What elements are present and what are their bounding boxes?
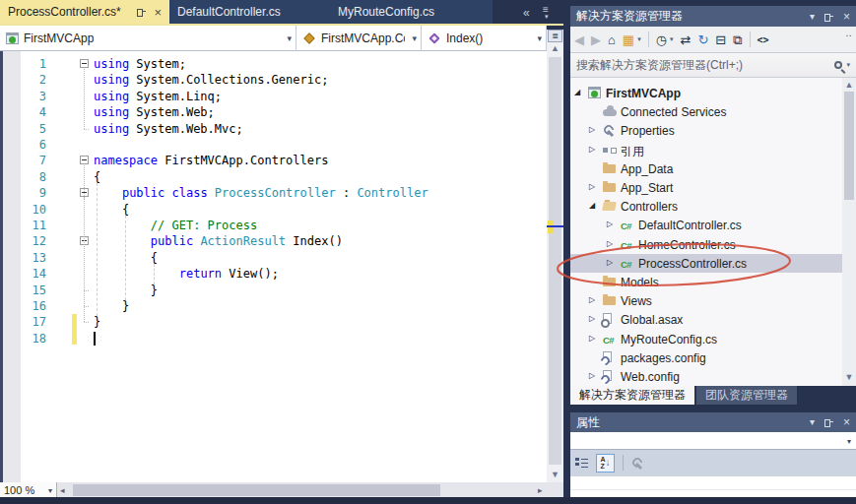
chevron-collapsed-icon[interactable]: ▷: [607, 220, 613, 228]
switch-views-icon[interactable]: ▦: [623, 33, 634, 46]
view-code-icon[interactable]: <>: [757, 34, 769, 45]
tree-item-connected-services[interactable]: Connected Services: [570, 102, 842, 121]
csharp-icon: [621, 238, 631, 252]
tree-item-defaultcontroller-cs[interactable]: ▷DefaultController.cs: [570, 216, 842, 234]
tree-item-processcontroller-cs[interactable]: ▷ProcessController.cs: [570, 254, 842, 273]
zoom-caret-icon: ▾: [48, 486, 52, 495]
hscroll-left-icon[interactable]: ◂: [60, 484, 65, 496]
preview-selected-items-icon[interactable]: ⧉: [733, 33, 742, 46]
tab-list-caret-icon[interactable]: ▾: [545, 13, 549, 20]
tree-scroll-up-icon[interactable]: ▲: [842, 81, 856, 90]
line-number: 17: [14, 314, 46, 330]
project-icon: [588, 87, 601, 98]
tree-scroll-thumb[interactable]: [844, 92, 854, 200]
chevron-collapsed-icon[interactable]: ▷: [589, 183, 595, 191]
tree-item-app_start[interactable]: ▷App_Start: [570, 178, 842, 197]
alphabetical-sort-icon[interactable]: AZ↓: [596, 454, 615, 472]
code-editor[interactable]: 1using System;2using System.Collections.…: [0, 51, 547, 482]
scrollbar-caret-marker: [547, 225, 563, 227]
tree-scroll-down-icon[interactable]: ▼: [842, 373, 856, 382]
tree-item-label: Web.config: [621, 370, 680, 384]
tree-item-homecontroller-cs[interactable]: ▷HomeController.cs: [570, 235, 842, 254]
search-caret-icon[interactable]: ▾: [846, 61, 850, 69]
tree-item-firstmvcapp[interactable]: ◢FirstMVCApp: [570, 84, 842, 102]
code-text: }: [94, 298, 129, 314]
tree-item-packages-config[interactable]: packages.config: [570, 348, 842, 367]
switch-views-caret-icon[interactable]: ▾: [637, 35, 641, 43]
code-text: using System.Linq;: [94, 89, 222, 104]
editor-bottom-bar: 100 % ▾ ◂ ▸: [0, 482, 563, 498]
chevron-expanded-icon[interactable]: ◢: [589, 202, 595, 210]
tree-item-global-asax[interactable]: ▷Global.asax: [570, 310, 842, 329]
properties-object-dropdown[interactable]: ▾: [570, 432, 856, 450]
home-icon[interactable]: ⌂: [608, 33, 616, 46]
pane-menu-icon[interactable]: ▾: [810, 12, 815, 22]
navigate-forward-icon[interactable]: ▶: [591, 33, 601, 46]
tree-item-app_data[interactable]: App_Data: [570, 159, 842, 178]
chevron-expanded-icon[interactable]: ◢: [574, 89, 580, 96]
editor-splitter-handle[interactable]: ≣: [548, 30, 562, 42]
cloud-icon: [603, 109, 617, 116]
zoom-level-dropdown[interactable]: 100 % ▾: [0, 482, 57, 498]
sync-with-active-document-icon[interactable]: ⇄: [681, 33, 691, 46]
tree-scrollbar[interactable]: ▲ ▼: [842, 78, 856, 386]
tree-item-web-config[interactable]: ▷Web.config: [570, 367, 842, 386]
tree-item-label: FirstMVCApp: [606, 87, 681, 100]
tree-item-myrouteconfig-cs[interactable]: ▷MyRouteConfig.cs: [570, 330, 842, 348]
tree-item-label: App_Start: [621, 181, 673, 195]
navigate-back-icon[interactable]: ◀: [574, 33, 584, 46]
chevron-collapsed-icon[interactable]: ▷: [589, 335, 595, 343]
chevron-collapsed-icon[interactable]: ▷: [607, 240, 613, 248]
horizontal-scroll-thumb[interactable]: [73, 484, 440, 496]
document-tab[interactable]: DefaultController.cs: [169, 0, 330, 24]
navbar-dropdown-method[interactable]: Index()▾: [422, 26, 547, 50]
configfile-icon: [603, 370, 612, 381]
vertical-scroll-thumb[interactable]: [549, 57, 561, 465]
solution-search-box[interactable]: 搜索解决方案资源管理器(Ctrl+;) ▾: [570, 53, 856, 78]
tree-item-properties[interactable]: ▷Properties: [570, 121, 842, 140]
tree-item-views[interactable]: ▷Views: [570, 291, 842, 310]
document-tab[interactable]: ProcessController.cs*×: [0, 0, 169, 24]
collapse-all-icon[interactable]: ⊟: [715, 33, 726, 46]
chevron-collapsed-icon[interactable]: ▷: [607, 259, 613, 267]
fold-collapse-icon[interactable]: [80, 59, 89, 68]
chevron-collapsed-icon[interactable]: ▷: [589, 315, 595, 323]
code-text: using System.Web.Mvc;: [94, 121, 243, 137]
scroll-tabs-left-icon[interactable]: «: [523, 7, 530, 19]
chevron-collapsed-icon[interactable]: ▷: [589, 146, 595, 154]
tab-solution-explorer[interactable]: 解决方案资源管理器: [570, 386, 694, 405]
search-icon[interactable]: [834, 61, 842, 69]
pending-changes-filter-caret-icon[interactable]: ▾: [670, 35, 674, 43]
chevron-collapsed-icon[interactable]: ▷: [589, 372, 595, 380]
property-pages-icon[interactable]: [631, 457, 644, 470]
categorized-icon[interactable]: [575, 458, 588, 469]
toolbar-overflow-icon[interactable]: ‥: [845, 28, 853, 38]
pending-changes-filter-icon[interactable]: ◷: [656, 33, 667, 46]
fold-scope-tick: [84, 306, 89, 307]
tab-team-explorer[interactable]: 团队资源管理器: [696, 386, 797, 405]
tree-item-controllers[interactable]: ◢Controllers: [570, 197, 842, 216]
tab-pin-icon[interactable]: [136, 7, 147, 17]
document-tab[interactable]: MyRouteConfig.cs: [330, 0, 493, 24]
navbar-dropdown-class[interactable]: FirstMVCApp.Controllers.F▾: [296, 26, 422, 50]
tree-item---[interactable]: ▷引用: [570, 141, 842, 159]
properties-pin-icon[interactable]: [823, 417, 834, 427]
dropdown-caret-icon: ▾: [287, 33, 292, 43]
chevron-collapsed-icon[interactable]: ▷: [589, 126, 595, 134]
pin-icon[interactable]: [823, 12, 834, 22]
properties-menu-icon[interactable]: ▾: [810, 417, 815, 427]
tab-close-icon[interactable]: ×: [154, 6, 162, 19]
refresh-icon[interactable]: ↻: [697, 33, 708, 46]
tree-item-label: DefaultController.cs: [638, 219, 742, 232]
fold-collapse-icon[interactable]: [80, 156, 89, 164]
scroll-down-icon[interactable]: ▼: [547, 471, 563, 479]
hscroll-right-icon[interactable]: ▸: [538, 484, 543, 496]
tree-item-models[interactable]: Models: [570, 273, 842, 291]
properties-close-icon[interactable]: ×: [843, 416, 850, 428]
scroll-up-icon[interactable]: ▲: [547, 44, 563, 53]
close-icon[interactable]: ×: [843, 11, 850, 23]
navbar-dropdown-project[interactable]: FirstMVCApp▾: [0, 26, 296, 50]
editor-vertical-scrollbar[interactable]: ≣ ▲ ▼: [547, 30, 563, 482]
chevron-collapsed-icon[interactable]: ▷: [589, 296, 595, 304]
tab-label: MyRouteConfig.cs: [338, 5, 434, 19]
